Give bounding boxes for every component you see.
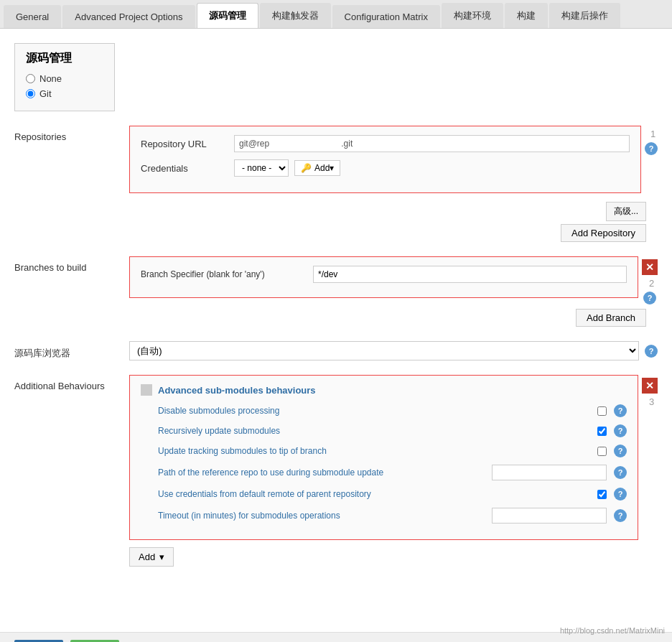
advanced-button[interactable]: 高级... <box>606 202 646 221</box>
source-browser-content: (自动) ? <box>129 341 658 360</box>
behaviour-checkbox-5[interactable] <box>597 490 607 499</box>
add-repository-button[interactable]: Add Repository <box>561 224 646 242</box>
behaviour-row-4: Path of the reference repo to use during… <box>141 465 627 480</box>
add-button-row: Add ▾ <box>129 547 658 567</box>
tab-build[interactable]: 构建 <box>505 3 548 28</box>
key-icon: 🔑 <box>301 163 312 173</box>
behaviour-checkbox-3[interactable] <box>597 447 607 456</box>
behaviour-label-3: Update tracking submodules to tip of bra… <box>158 446 590 456</box>
drag-handle-icon[interactable] <box>141 384 152 396</box>
behaviour-label-1: Disable submodules processing <box>158 406 590 416</box>
branches-content: Branch Specifier (blank for 'any') ✕ 2 ?… <box>129 256 658 327</box>
add-cred-label: Add▾ <box>314 163 334 173</box>
additional-behaviours-label: Additional Behaviours <box>14 375 129 391</box>
watermark: http://blog.csdn.net/MatrixMini <box>560 626 665 635</box>
tab-build-env[interactable]: 构建环境 <box>442 3 503 28</box>
tab-build-triggers[interactable]: 构建触发器 <box>260 3 331 28</box>
behaviour-row-5: Use credentials from default remote of p… <box>141 488 627 501</box>
tab-bar: General Advanced Project Options 源码管理 构建… <box>0 0 672 29</box>
source-browser-select[interactable]: (自动) <box>129 341 639 360</box>
additional-behaviours-section: Additional Behaviours Advanced sub-modul… <box>14 375 658 567</box>
repositories-content: Repository URL Credentials - none - 🔑 <box>129 126 658 242</box>
tab-config-matrix[interactable]: Configuration Matrix <box>332 5 440 28</box>
credentials-label: Credentials <box>141 163 227 174</box>
behaviour-help-4[interactable]: ? <box>614 466 627 479</box>
behaviour-label-6: Timeout (in minutes) for submodules oper… <box>158 511 485 521</box>
branches-label: Branches to build <box>14 256 129 273</box>
behaviours-close-button[interactable]: ✕ <box>642 378 658 394</box>
source-browser-help-icon[interactable]: ? <box>645 345 658 358</box>
branch-box: Branch Specifier (blank for 'any') <box>129 256 638 298</box>
behaviour-checkbox-2[interactable] <box>597 427 607 436</box>
branch-specifier-row: Branch Specifier (blank for 'any') <box>141 266 627 283</box>
scm-title: 源码管理 <box>26 51 103 66</box>
behaviour-row-3: Update tracking submodules to tip of bra… <box>141 445 627 457</box>
repo-box: Repository URL Credentials - none - 🔑 <box>129 126 641 193</box>
add-behaviour-button[interactable]: Add ▾ <box>129 547 174 567</box>
bottom-bar: 保存 应用 http://blog.csdn.net/MatrixMini <box>0 632 672 642</box>
branch-help-icon[interactable]: ? <box>643 292 656 304</box>
repo-number: 1 <box>647 129 655 139</box>
behaviour-input-6[interactable] <box>492 508 607 524</box>
main-content: 源码管理 None Git Repositories Repository UR… <box>0 29 672 632</box>
repositories-section: Repositories Repository URL Credentials <box>14 126 658 242</box>
behaviour-checkbox-1[interactable] <box>597 406 607 416</box>
none-label: None <box>39 73 62 84</box>
behaviour-input-4[interactable] <box>492 465 607 480</box>
branch-specifier-input[interactable] <box>313 266 627 283</box>
repo-help-icon[interactable]: ? <box>645 142 658 155</box>
repositories-label: Repositories <box>14 126 129 142</box>
tab-advanced-project-options[interactable]: Advanced Project Options <box>62 5 195 28</box>
radio-git[interactable]: Git <box>26 88 103 99</box>
add-branch-button[interactable]: Add Branch <box>576 309 646 327</box>
behaviour-label-2: Recursively update submodules <box>158 426 590 436</box>
behaviour-title-row: Advanced sub-modules behaviours <box>141 384 627 396</box>
scm-box: 源码管理 None Git <box>14 43 115 111</box>
behaviour-row-2: Recursively update submodules ? <box>141 424 627 437</box>
add-label: Add <box>139 552 155 562</box>
branch-specifier-label: Branch Specifier (blank for 'any') <box>141 269 306 279</box>
tab-post-build[interactable]: 构建后操作 <box>549 3 620 28</box>
credentials-controls: - none - 🔑 Add▾ <box>234 159 340 177</box>
behaviour-row-1: Disable submodules processing ? <box>141 404 627 417</box>
dropdown-arrow-icon: ▾ <box>159 552 164 562</box>
branch-close-button[interactable]: ✕ <box>642 259 658 275</box>
radio-git-input[interactable] <box>26 89 35 98</box>
behaviour-help-2[interactable]: ? <box>614 424 627 437</box>
behaviours-number: 3 <box>645 396 654 407</box>
credentials-select[interactable]: - none - <box>234 159 289 177</box>
behaviour-row-6: Timeout (in minutes) for submodules oper… <box>141 508 627 524</box>
source-browser-section: 源码库浏览器 (自动) ? <box>14 341 658 360</box>
source-browser-label: 源码库浏览器 <box>14 341 129 360</box>
behaviour-help-3[interactable]: ? <box>614 445 627 457</box>
behaviour-label-4: Path of the reference repo to use during… <box>158 467 485 478</box>
behaviour-help-5[interactable]: ? <box>614 488 627 501</box>
tab-general[interactable]: General <box>4 5 61 28</box>
behaviours-box: Advanced sub-modules behaviours Disable … <box>129 375 638 540</box>
behaviour-label-5: Use credentials from default remote of p… <box>158 489 590 499</box>
git-label: Git <box>39 88 52 99</box>
add-credentials-button[interactable]: 🔑 Add▾ <box>294 160 340 176</box>
credentials-row: Credentials - none - 🔑 Add▾ <box>141 159 630 177</box>
behaviour-help-6[interactable]: ? <box>614 509 627 522</box>
radio-none[interactable]: None <box>26 73 103 84</box>
repo-url-row: Repository URL <box>141 135 630 152</box>
additional-behaviours-content: Advanced sub-modules behaviours Disable … <box>129 375 658 567</box>
behaviour-help-1[interactable]: ? <box>614 404 627 417</box>
branch-number: 2 <box>645 278 654 289</box>
tab-scm[interactable]: 源码管理 <box>197 3 258 28</box>
repo-url-input[interactable] <box>234 135 630 152</box>
radio-none-input[interactable] <box>26 74 35 83</box>
branches-section: Branches to build Branch Specifier (blan… <box>14 256 658 327</box>
behaviour-title: Advanced sub-modules behaviours <box>158 385 316 396</box>
repo-url-label: Repository URL <box>141 139 227 149</box>
